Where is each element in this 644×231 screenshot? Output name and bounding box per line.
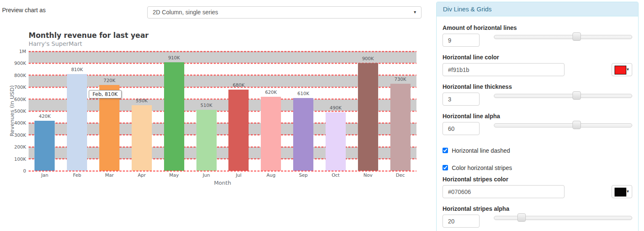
panel-header: Div Lines & Grids xyxy=(437,2,638,16)
panel-title: Div Lines & Grids xyxy=(443,5,492,13)
bar-dec[interactable] xyxy=(390,84,411,171)
bar-value-label: 810K xyxy=(61,67,93,72)
bar-feb[interactable] xyxy=(67,74,87,171)
chart-tooltip: Feb, 810K xyxy=(89,90,122,98)
bar-apr[interactable] xyxy=(132,105,152,171)
bar-value-label: 900K xyxy=(352,56,384,61)
line-color-swatch xyxy=(615,66,626,74)
line-thickness-input[interactable] xyxy=(443,93,480,106)
bar-jan[interactable] xyxy=(34,121,55,171)
stripes-color-swatch xyxy=(615,188,626,196)
bar-sep[interactable] xyxy=(293,98,313,171)
y-axis-tick-label: 900K xyxy=(0,61,26,66)
x-axis-tick-label: Aug xyxy=(255,173,287,178)
y-axis-tick-label: 200K xyxy=(0,144,26,150)
y-axis-tick-label: 600K xyxy=(0,97,26,102)
amount-lines-slider[interactable] xyxy=(494,35,632,39)
stripes-color-label: Horizontal stripes color xyxy=(443,176,508,183)
bar-may[interactable] xyxy=(164,62,184,171)
x-axis-tick-label: Apr xyxy=(126,173,158,178)
color-stripes-checkbox[interactable] xyxy=(443,165,448,170)
stripes-alpha-label: Horizontal stripes alpha xyxy=(443,205,509,212)
bar-jun[interactable] xyxy=(196,110,217,171)
x-axis-tick-label: Oct xyxy=(320,173,352,178)
x-axis-tick-label: Jun xyxy=(190,173,223,178)
x-axis-tick-label: Feb xyxy=(61,173,93,178)
amount-lines-input[interactable] xyxy=(443,34,480,47)
y-axis-tick-label: 700K xyxy=(0,85,26,90)
line-alpha-slider[interactable] xyxy=(494,123,632,127)
horizontal-div-line xyxy=(29,170,416,172)
amount-lines-label: Amount of horizontal lines xyxy=(443,24,517,31)
x-axis-tick-label: Mar xyxy=(93,173,126,178)
stripes-alpha-slider[interactable] xyxy=(494,216,632,220)
line-thickness-label: Horizontal line thickness xyxy=(443,83,512,90)
div-lines-grids-panel: Div Lines & Grids Amount of horizontal l… xyxy=(436,2,639,231)
bar-value-label: 550K xyxy=(126,98,158,104)
chart-subtitle: Harry's SuperMart xyxy=(29,40,82,47)
bar-nov[interactable] xyxy=(358,63,378,171)
line-alpha-label: Horizontal line alpha xyxy=(443,113,500,119)
line-alpha-slider-handle[interactable] xyxy=(572,121,581,129)
x-axis-tick-label: May xyxy=(158,173,190,178)
bar-jul[interactable] xyxy=(228,90,249,171)
bar-oct[interactable] xyxy=(326,112,346,171)
bar-value-label: 510K xyxy=(190,103,223,108)
line-dashed-checkbox[interactable] xyxy=(443,148,448,153)
stripes-alpha-slider-handle[interactable] xyxy=(517,213,526,222)
bar-value-label: 730K xyxy=(384,77,416,82)
y-axis-tick-label: 0 xyxy=(0,168,26,174)
stripes-alpha-input[interactable] xyxy=(443,215,480,228)
bar-value-label: 720K xyxy=(93,78,126,83)
x-axis-tick-label: Jul xyxy=(223,173,255,178)
line-color-picker-button[interactable]: ▼ xyxy=(612,63,632,76)
amount-lines-slider-handle[interactable] xyxy=(572,32,581,41)
y-axis-tick-label: 300K xyxy=(0,133,26,138)
line-thickness-slider-handle[interactable] xyxy=(572,91,581,100)
chart-title: Monthly revenue for last year xyxy=(29,31,148,40)
bar-value-label: 680K xyxy=(223,82,255,88)
y-axis-tick-label: 500K xyxy=(0,109,26,114)
bar-value-label: 910K xyxy=(158,55,190,61)
x-axis-tick-label: Nov xyxy=(352,173,384,178)
x-axis-title: Month xyxy=(189,180,256,186)
x-axis-tick-label: Sep xyxy=(287,173,320,178)
stripes-color-picker-button[interactable]: ▼ xyxy=(612,185,632,198)
bar-value-label: 420K xyxy=(29,114,61,119)
y-axis-tick-label: 100K xyxy=(0,157,26,162)
chevron-down-icon: ▼ xyxy=(626,67,630,72)
x-axis-tick-label: Dec xyxy=(384,173,416,178)
line-color-label: Horizontal line color xyxy=(443,54,499,61)
line-dashed-label: Horizontal line dashed xyxy=(452,147,510,154)
horizontal-div-line xyxy=(29,51,416,52)
bar-value-label: 490K xyxy=(320,105,352,111)
y-axis-tick-label: 1M xyxy=(0,49,26,54)
line-thickness-slider[interactable] xyxy=(494,94,632,98)
bar-value-label: 620K xyxy=(255,90,287,95)
chart-preview: Monthly revenue for last year Harry's Su… xyxy=(0,0,433,231)
y-axis-tick-label: 400K xyxy=(0,120,26,126)
bar-value-label: 610K xyxy=(287,91,320,96)
stripes-color-input[interactable] xyxy=(443,185,564,198)
line-alpha-input[interactable] xyxy=(443,122,480,135)
x-axis-tick-label: Jan xyxy=(29,173,61,178)
y-axis-tick-label: 800K xyxy=(0,73,26,78)
color-stripes-label: Color horizontal stripes xyxy=(452,165,512,171)
chevron-down-icon: ▼ xyxy=(626,189,630,194)
line-color-input[interactable] xyxy=(443,63,564,76)
bar-aug[interactable] xyxy=(261,97,281,171)
